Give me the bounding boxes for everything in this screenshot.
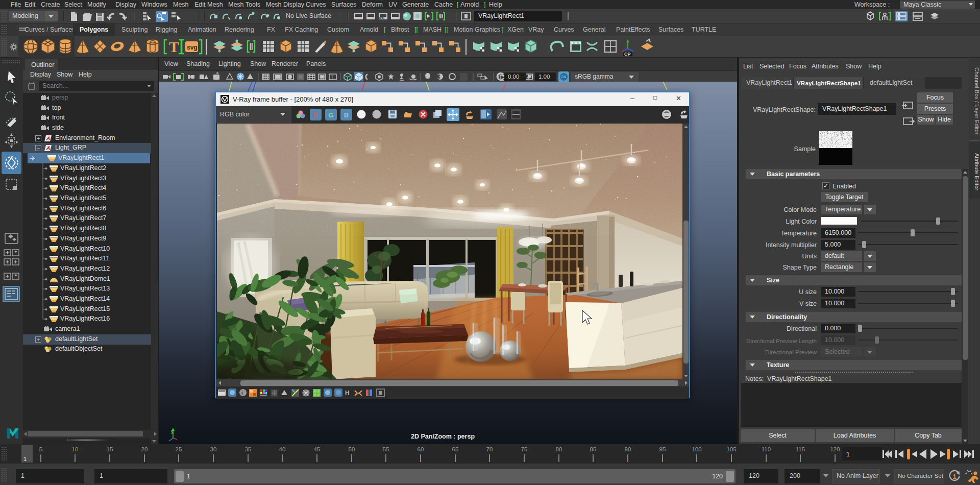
svg-text:35: 35 [245,446,252,452]
svg-text:120: 120 [830,446,840,452]
svg-text:i: i [241,390,243,396]
svg-text:85: 85 [590,446,597,452]
svg-text:45: 45 [314,446,321,452]
svg-text:10: 10 [72,446,79,452]
svg-text:115: 115 [796,446,805,452]
svg-text:H: H [345,390,350,397]
svg-text:R: R [313,111,318,119]
svg-text:15: 15 [107,446,113,452]
svg-text:CP: CP [624,52,631,57]
svg-text:T: T [169,38,179,55]
svg-text:110: 110 [762,446,771,452]
svg-text:G: G [328,111,333,119]
svg-text:90: 90 [625,446,631,452]
svg-text:0.00: 0.00 [508,74,519,80]
svg-text:B: B [344,111,349,119]
svg-text:20: 20 [141,446,148,452]
svg-text:1: 1 [953,473,957,480]
svg-text:70: 70 [486,446,493,452]
svg-text:svg: svg [187,44,198,51]
svg-text:GN: GN [561,75,567,79]
svg-text:55: 55 [383,446,389,452]
svg-text:5: 5 [39,446,42,452]
svg-text:65: 65 [452,446,459,452]
svg-text:y: y [171,429,174,434]
svg-text:95: 95 [659,446,666,452]
svg-text:30: 30 [210,446,217,452]
svg-text:1: 1 [846,451,850,458]
svg-text:25: 25 [176,446,182,452]
svg-text:75: 75 [521,446,528,452]
svg-text:1.00: 1.00 [538,74,550,80]
svg-text:sRGB gamma: sRGB gamma [575,73,614,80]
svg-text:1: 1 [23,456,27,462]
svg-text:80: 80 [556,446,562,452]
svg-text:IPR: IPR [379,16,385,19]
svg-text:100: 100 [692,446,701,452]
svg-text:105: 105 [726,446,736,452]
svg-text:60: 60 [418,446,424,452]
svg-text:50: 50 [349,446,355,452]
svg-text:T: T [331,75,334,80]
svg-text:40: 40 [279,446,286,452]
